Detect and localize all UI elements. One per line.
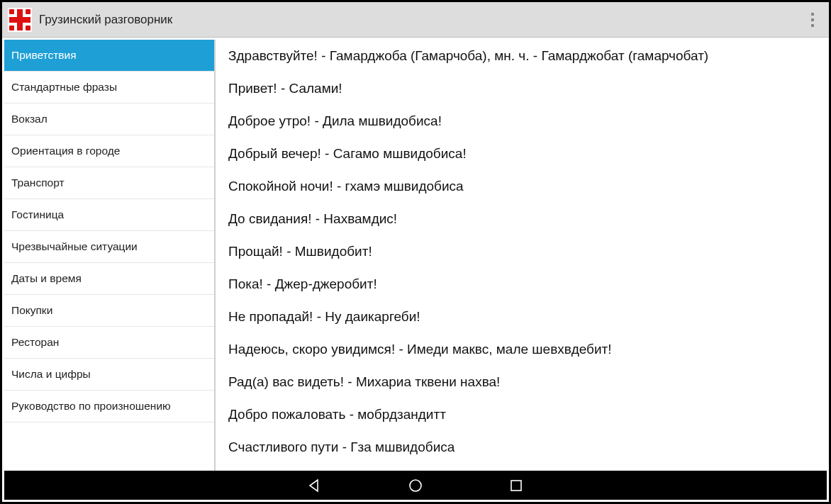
- sidebar-item-10[interactable]: Числа и цифры: [4, 359, 214, 391]
- sidebar-item-7[interactable]: Даты и время: [4, 263, 214, 295]
- back-icon: [308, 478, 322, 493]
- svg-rect-2: [511, 481, 521, 491]
- back-button[interactable]: [307, 478, 323, 493]
- sidebar-item-4[interactable]: Транспорт: [4, 167, 214, 199]
- category-sidebar[interactable]: ПриветствияСтандартные фразыВокзалОриент…: [4, 40, 216, 471]
- home-button[interactable]: [408, 478, 423, 493]
- svg-point-1: [410, 480, 421, 491]
- sidebar-item-6[interactable]: Чрезвычайные ситуации: [4, 231, 214, 263]
- phrase-item[interactable]: Здравствуйте! - Гамарджоба (Гамарчоба), …: [228, 40, 827, 72]
- sidebar-item-2[interactable]: Вокзал: [4, 103, 214, 135]
- georgian-flag-icon: [8, 8, 32, 32]
- phrase-item[interactable]: Прощай! - Мшвидобит!: [228, 235, 827, 268]
- action-bar: Грузинский разговорник: [2, 2, 829, 38]
- home-icon: [408, 478, 423, 493]
- phrase-item[interactable]: Привет! - Салами!: [228, 72, 827, 105]
- sidebar-item-3[interactable]: Ориентация в городе: [4, 135, 214, 167]
- phrase-item[interactable]: Добрый вечер! - Сагамо мшвидобиса!: [228, 138, 827, 170]
- phrase-item[interactable]: Надеюсь, скоро увидимся! - Имеди маквс, …: [228, 333, 827, 366]
- phrase-item[interactable]: Рад(а) вас видеть! - Михариа тквени нахв…: [228, 366, 827, 398]
- android-nav-bar: [4, 471, 827, 500]
- overflow-menu-icon: [811, 13, 814, 16]
- app-title: Грузинский разговорник: [39, 13, 802, 27]
- phrase-item[interactable]: Добро пожаловать - мобрдзандитт: [228, 398, 827, 431]
- sidebar-item-8[interactable]: Покупки: [4, 295, 214, 327]
- phrase-item[interactable]: Пока! - Джер-джеробит!: [228, 268, 827, 301]
- sidebar-item-11[interactable]: Руководство по произношению: [4, 391, 214, 422]
- phrase-item[interactable]: Не пропадай! - Ну даикаргеби!: [228, 301, 827, 333]
- svg-marker-0: [310, 480, 318, 491]
- recent-icon: [510, 479, 523, 492]
- recent-apps-button[interactable]: [508, 478, 524, 493]
- overflow-menu-button[interactable]: [802, 6, 823, 34]
- device-frame: Грузинский разговорник ПриветствияСтанда…: [0, 0, 831, 504]
- phrase-item[interactable]: Спокойной ночи! - гхамэ мшвидобиса: [228, 170, 827, 203]
- phrase-item[interactable]: Доброе утро! - Дила мшвидобиса!: [228, 105, 827, 138]
- content-area: ПриветствияСтандартные фразыВокзалОриент…: [4, 40, 827, 471]
- phrase-item[interactable]: До свидания! - Нахвамдис!: [228, 203, 827, 235]
- phrase-item[interactable]: Счастливого пути - Гза мшвидобиса: [228, 431, 827, 464]
- sidebar-item-5[interactable]: Гостиница: [4, 199, 214, 231]
- sidebar-item-1[interactable]: Стандартные фразы: [4, 72, 214, 103]
- sidebar-item-9[interactable]: Ресторан: [4, 327, 214, 359]
- sidebar-item-0[interactable]: Приветствия: [4, 40, 214, 72]
- phrase-list[interactable]: Здравствуйте! - Гамарджоба (Гамарчоба), …: [216, 40, 827, 471]
